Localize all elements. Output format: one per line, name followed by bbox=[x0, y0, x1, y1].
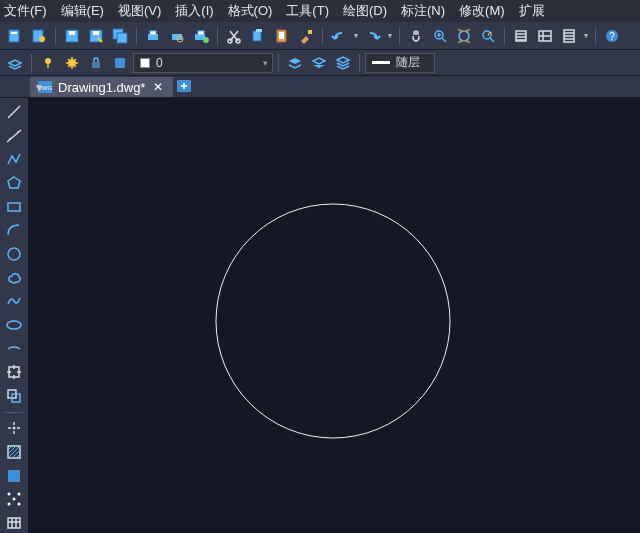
svg-point-54 bbox=[13, 498, 16, 501]
svg-point-53 bbox=[18, 503, 21, 506]
arc-tool[interactable] bbox=[3, 220, 25, 240]
svg-rect-22 bbox=[279, 32, 284, 39]
chevron-down-icon: ▾ bbox=[263, 58, 268, 68]
layer-selector[interactable]: 0 ▾ bbox=[133, 53, 273, 73]
copy-button[interactable] bbox=[247, 25, 269, 47]
ellipse-arc-tool[interactable] bbox=[3, 339, 25, 359]
layer-on-icon[interactable] bbox=[37, 52, 59, 74]
redo-dropdown-icon[interactable]: ▾ bbox=[386, 31, 394, 40]
zoom-window-button[interactable] bbox=[453, 25, 475, 47]
make-block-tool[interactable] bbox=[3, 386, 25, 406]
zoom-previous-button[interactable] bbox=[477, 25, 499, 47]
svg-point-56 bbox=[216, 204, 450, 438]
open-file-button[interactable] bbox=[28, 25, 50, 47]
svg-point-3 bbox=[39, 36, 45, 42]
active-tab[interactable]: DWG Drawing1.dwg* ✕ bbox=[30, 77, 173, 97]
draw-toolbar bbox=[0, 98, 28, 533]
new-file-button[interactable] bbox=[4, 25, 26, 47]
print-button[interactable] bbox=[142, 25, 164, 47]
plot-button[interactable] bbox=[190, 25, 212, 47]
svg-rect-19 bbox=[253, 31, 261, 41]
tool-palettes-button[interactable] bbox=[558, 25, 580, 47]
menu-draw[interactable]: 绘图(D) bbox=[343, 2, 387, 20]
main-toolbar: ▾ ▾ ▾ ? bbox=[0, 22, 640, 50]
svg-point-47 bbox=[13, 427, 16, 430]
table-tool[interactable] bbox=[3, 513, 25, 533]
document-tabs: DWG Drawing1.dwg* ✕ bbox=[0, 76, 640, 98]
match-properties-button[interactable] bbox=[295, 25, 317, 47]
zoom-realtime-button[interactable] bbox=[429, 25, 451, 47]
layer-lock-icon[interactable] bbox=[85, 52, 107, 74]
insert-block-tool[interactable] bbox=[3, 362, 25, 382]
menu-bar: 文件(F) 编辑(E) 视图(V) 插入(I) 格式(O) 工具(T) 绘图(D… bbox=[0, 0, 640, 22]
layer-color-icon[interactable] bbox=[109, 52, 131, 74]
menu-insert[interactable]: 插入(I) bbox=[175, 2, 213, 20]
redo-button[interactable] bbox=[362, 25, 384, 47]
svg-point-50 bbox=[8, 493, 11, 496]
save-all-button[interactable] bbox=[109, 25, 131, 47]
region-tool[interactable] bbox=[3, 490, 25, 510]
menu-annotate[interactable]: 标注(N) bbox=[401, 2, 445, 20]
circle-tool[interactable] bbox=[3, 244, 25, 264]
layer-isolate-button[interactable] bbox=[308, 52, 330, 74]
svg-point-52 bbox=[8, 503, 11, 506]
revision-cloud-tool[interactable] bbox=[3, 268, 25, 288]
undo-button[interactable] bbox=[328, 25, 350, 47]
svg-rect-11 bbox=[150, 31, 156, 35]
properties-button[interactable] bbox=[510, 25, 532, 47]
ellipse-tool[interactable] bbox=[3, 315, 25, 335]
construction-line-tool[interactable] bbox=[3, 126, 25, 146]
save-as-button[interactable] bbox=[85, 25, 107, 47]
linetype-label: 随层 bbox=[396, 54, 420, 71]
gradient-tool[interactable] bbox=[3, 466, 25, 486]
svg-rect-0 bbox=[9, 30, 19, 42]
svg-point-33 bbox=[68, 59, 76, 67]
line-tool[interactable] bbox=[3, 102, 25, 122]
save-button[interactable] bbox=[61, 25, 83, 47]
print-preview-button[interactable] bbox=[166, 25, 188, 47]
palette-dropdown-icon[interactable]: ▾ bbox=[582, 31, 590, 40]
menu-format[interactable]: 格式(O) bbox=[228, 2, 273, 20]
layer-color-swatch bbox=[140, 58, 150, 68]
current-layer-name: 0 bbox=[156, 56, 163, 70]
cut-button[interactable] bbox=[223, 25, 245, 47]
linetype-selector[interactable]: 随层 bbox=[365, 53, 435, 73]
pan-button[interactable] bbox=[405, 25, 427, 47]
linetype-swatch bbox=[372, 61, 390, 64]
help-button[interactable]: ? bbox=[601, 25, 623, 47]
svg-rect-23 bbox=[308, 30, 312, 34]
svg-rect-20 bbox=[256, 29, 262, 32]
hatch-tool[interactable] bbox=[3, 442, 25, 462]
polygon-tool[interactable] bbox=[3, 173, 25, 193]
svg-point-43 bbox=[7, 321, 21, 329]
rectangle-tool[interactable] bbox=[3, 197, 25, 217]
spline-tool[interactable] bbox=[3, 291, 25, 311]
svg-rect-9 bbox=[117, 33, 127, 43]
point-tool[interactable] bbox=[3, 419, 25, 439]
svg-rect-49 bbox=[8, 470, 20, 482]
close-tab-button[interactable]: ✕ bbox=[151, 80, 165, 94]
svg-point-40 bbox=[17, 131, 19, 133]
polyline-tool[interactable] bbox=[3, 149, 25, 169]
svg-point-51 bbox=[18, 493, 21, 496]
svg-point-42 bbox=[8, 248, 20, 260]
drawing-canvas[interactable] bbox=[28, 98, 640, 533]
svg-rect-15 bbox=[198, 31, 204, 35]
layer-state-button[interactable] bbox=[332, 52, 354, 74]
menu-file[interactable]: 文件(F) bbox=[4, 2, 47, 20]
menu-edit[interactable]: 编辑(E) bbox=[61, 2, 104, 20]
paste-button[interactable] bbox=[271, 25, 293, 47]
layer-previous-button[interactable] bbox=[284, 52, 306, 74]
menu-extend[interactable]: 扩展 bbox=[519, 2, 545, 20]
new-tab-button[interactable] bbox=[173, 77, 195, 97]
design-center-button[interactable] bbox=[534, 25, 556, 47]
tab-list-dropdown-icon[interactable]: ▼ bbox=[34, 82, 44, 93]
svg-rect-35 bbox=[115, 58, 125, 68]
menu-modify[interactable]: 修改(M) bbox=[459, 2, 505, 20]
menu-view[interactable]: 视图(V) bbox=[118, 2, 161, 20]
layer-freeze-icon[interactable] bbox=[61, 52, 83, 74]
menu-tools[interactable]: 工具(T) bbox=[286, 2, 329, 20]
layer-properties-button[interactable] bbox=[4, 52, 26, 74]
svg-point-39 bbox=[9, 138, 11, 140]
undo-dropdown-icon[interactable]: ▾ bbox=[352, 31, 360, 40]
